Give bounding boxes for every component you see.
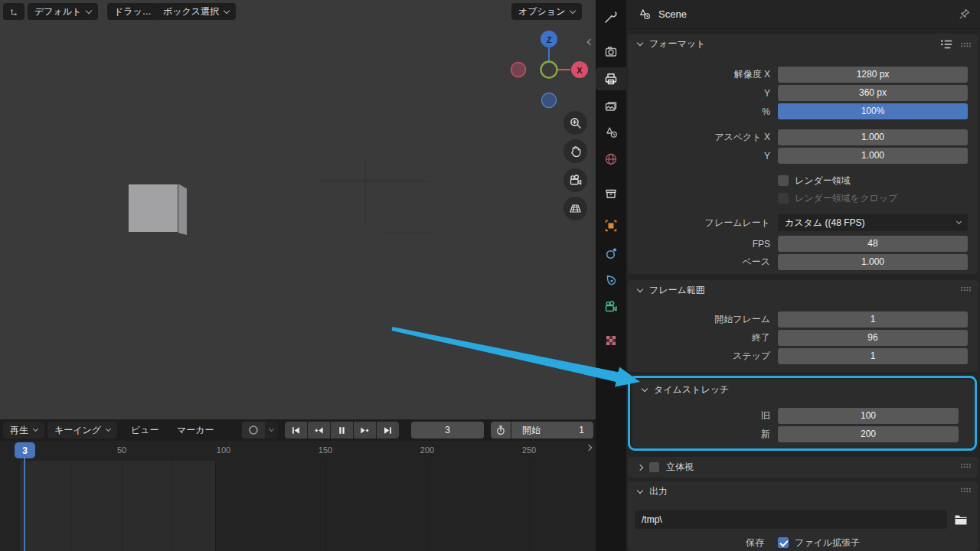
resolution-x-label: 解像度 X — [628, 68, 778, 81]
tab-tool[interactable] — [602, 8, 620, 26]
render-region-checkbox[interactable] — [778, 175, 789, 186]
gizmo-y-axis[interactable] — [541, 62, 557, 78]
prev-keyframe-icon — [313, 425, 325, 436]
tab-world[interactable] — [602, 150, 620, 168]
time-stretch-header[interactable]: タイムストレッチ — [632, 380, 974, 399]
drag-button[interactable]: ドラッ… — [107, 3, 158, 20]
tab-physics[interactable] — [602, 244, 620, 262]
ruler-tick-label: 150 — [318, 445, 332, 455]
drag-grip-icon[interactable] — [960, 285, 972, 292]
next-keyframe-button[interactable] — [354, 422, 376, 439]
tab-output[interactable] — [602, 70, 620, 88]
drag-grip-icon[interactable] — [960, 462, 972, 469]
fps-field[interactable]: 48 — [778, 236, 968, 252]
fps-label: FPS — [628, 239, 778, 249]
timeline-header: 再生 キーイング ビュー マーカー — [0, 419, 596, 441]
menu-keying[interactable]: キーイング — [47, 422, 117, 439]
resolution-percent-row: % 100% — [628, 103, 968, 119]
timeline-gridline — [325, 461, 326, 551]
presets-list-icon[interactable] — [940, 39, 952, 50]
pin-icon[interactable] — [958, 8, 971, 21]
stopwatch-icon — [495, 425, 506, 435]
tab-texture[interactable] — [602, 331, 620, 350]
tab-object[interactable] — [602, 217, 620, 235]
auto-keying-dropdown[interactable] — [265, 422, 278, 439]
menu-marker[interactable]: マーカー — [170, 422, 221, 439]
tab-render[interactable] — [602, 42, 620, 60]
resolution-x-field[interactable]: 1280 px — [778, 67, 968, 83]
crop-region-checkbox[interactable] — [778, 193, 789, 204]
prev-keyframe-button[interactable] — [308, 422, 330, 439]
tab-scene[interactable] — [602, 123, 620, 142]
chevron-down-icon — [956, 219, 962, 224]
output-header[interactable]: 出力 — [628, 481, 978, 502]
output-path-field[interactable]: /tmp\ — [635, 510, 947, 529]
jump-to-end-button[interactable] — [377, 422, 399, 439]
frame-end-field[interactable]: 96 — [778, 330, 968, 346]
resolution-y-field[interactable]: 360 px — [778, 85, 968, 101]
format-header[interactable]: フォーマット — [628, 34, 978, 54]
select-mode-dropdown[interactable]: ボックス選択 — [156, 3, 236, 20]
resolution-percent-slider[interactable]: 100% — [778, 103, 968, 119]
stereoscopy-header[interactable]: 立体視 — [628, 457, 978, 478]
timeline-track-area[interactable] — [0, 461, 596, 551]
auto-keying-toggle[interactable] — [242, 422, 265, 439]
drag-grip-icon[interactable] — [960, 41, 972, 48]
timeline-editor[interactable]: 再生 キーイング ビュー マーカー — [0, 419, 596, 551]
drag-grip-icon[interactable] — [960, 487, 972, 494]
editor-type-button[interactable] — [3, 3, 24, 20]
file-extension-checkbox[interactable] — [778, 537, 789, 548]
frame-range-header[interactable]: フレーム範囲 — [628, 280, 978, 301]
3d-viewport[interactable]: デフォルト ドラッ… ボックス選択 オプション Z X — [0, 0, 596, 419]
stretch-old-field[interactable]: 100 — [778, 408, 959, 424]
breadcrumb-label: Scene — [658, 8, 687, 20]
frame-range-region — [20, 461, 215, 551]
grid-line — [383, 233, 430, 234]
browse-folder-button[interactable] — [951, 510, 971, 529]
start-frame-field[interactable]: 開始 1 — [511, 422, 593, 439]
chevron-down-icon — [86, 7, 92, 13]
tool-preset-dropdown[interactable]: デフォルト — [28, 3, 98, 20]
menu-view[interactable]: ビュー — [124, 422, 166, 439]
timeline-gridline — [427, 461, 428, 551]
world-icon — [603, 152, 619, 167]
expand-chevron-icon — [637, 40, 643, 46]
perspective-toggle-button[interactable] — [564, 197, 587, 220]
gizmo-neg-x-axis[interactable] — [511, 63, 526, 77]
physics-icon — [603, 246, 619, 261]
tab-collection[interactable] — [602, 184, 620, 203]
fps-base-field[interactable]: 1.000 — [778, 254, 968, 270]
stereoscopy-checkbox[interactable] — [649, 462, 659, 472]
aspect-y-field[interactable]: 1.000 — [778, 148, 968, 164]
frame-start-field[interactable]: 1 — [778, 311, 968, 328]
view-layer-icon — [603, 99, 619, 114]
render-region-label: レンダー領域 — [795, 174, 851, 187]
aspect-x-label: アスペクト X — [628, 131, 778, 144]
use-preview-range-button[interactable] — [491, 422, 511, 439]
resolution-y-label: Y — [628, 88, 778, 99]
tab-view-layer[interactable] — [602, 97, 620, 116]
camera-data-icon — [603, 299, 619, 315]
current-frame-field[interactable]: 3 — [411, 422, 484, 439]
expand-chevron-icon — [637, 487, 643, 494]
navigation-gizmo[interactable]: Z X — [503, 24, 595, 116]
cube-object[interactable] — [128, 184, 178, 233]
zoom-tool-button[interactable] — [564, 111, 587, 135]
tab-data-camera[interactable] — [602, 298, 620, 316]
frame-step-field[interactable]: 1 — [778, 348, 968, 364]
tab-constraints[interactable] — [602, 271, 620, 289]
pan-tool-button[interactable] — [564, 139, 587, 163]
pause-button[interactable] — [331, 422, 353, 439]
aspect-x-field[interactable]: 1.000 — [778, 129, 968, 145]
menu-playback[interactable]: 再生 — [3, 422, 44, 439]
gizmo-neg-z-axis[interactable] — [542, 93, 557, 108]
framerate-dropdown[interactable]: カスタム ((48 FPS) — [778, 214, 968, 231]
camera-view-button[interactable] — [564, 168, 587, 192]
stretch-new-field[interactable]: 200 — [778, 426, 959, 442]
playhead-badge[interactable]: 3 — [15, 442, 35, 458]
timeline-ruler[interactable]: 50 100 150 200 250 — [0, 441, 596, 461]
options-dropdown[interactable]: オプション — [511, 3, 582, 20]
jump-to-start-button[interactable] — [285, 422, 307, 439]
playhead-line[interactable] — [24, 458, 25, 551]
select-mode-label: ボックス選択 — [163, 5, 219, 18]
